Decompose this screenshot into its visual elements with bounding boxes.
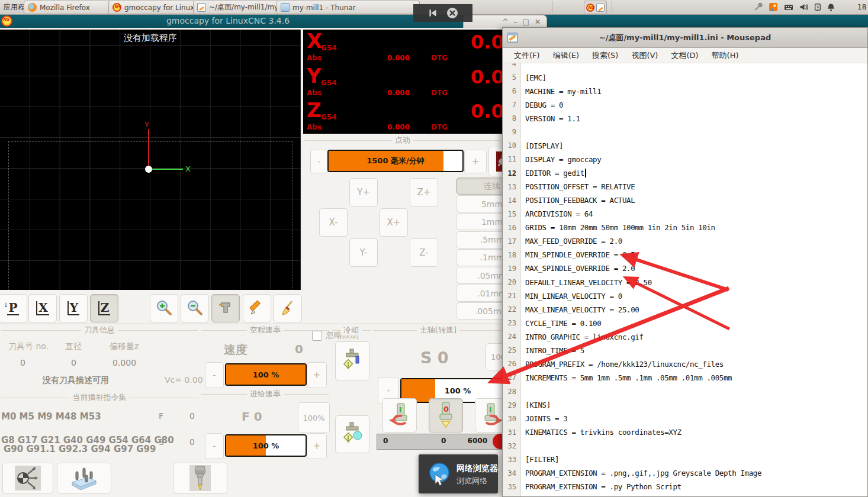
jog-button-label: Y- <box>360 247 368 258</box>
line-text: INCREMENTS = 5mm 1mm .5mm .1mm .05mm .01… <box>520 373 732 382</box>
jog-button-label: X+ <box>387 217 401 228</box>
skip-back-icon[interactable] <box>427 8 438 18</box>
taskbar-tab-firefox[interactable]: Mozilla Firefox <box>24 1 114 14</box>
rapid-title: 空程速率 <box>247 325 284 335</box>
jog-button-Zminus[interactable]: Z- <box>410 238 438 267</box>
ignore-limits-checkbox[interactable] <box>312 331 322 341</box>
line-text: GRIDS = 10mm 20mm 50mm 100mm 1in 2in 5in… <box>520 223 715 232</box>
taskbar-tab-mousepad[interactable]: ~/桌面/my-mill1/my-mill⋯ <box>193 1 282 14</box>
line-number: 14 <box>503 193 520 207</box>
line-text: EDITOR = gedit <box>520 169 584 178</box>
spindle-stop-button[interactable]: 0 <box>429 398 463 433</box>
tool-tray-icon[interactable] <box>753 2 763 12</box>
editor-line: 12EDITOR = gedit <box>503 166 867 180</box>
editor-line: 10[DISPLAY] <box>503 139 867 153</box>
broom-icon <box>279 299 297 317</box>
menu-item-0[interactable]: 文件(F) <box>509 49 545 63</box>
gmoccapy-icon <box>112 3 121 12</box>
shade-button[interactable]: ^ <box>503 19 509 25</box>
minimize-button[interactable]: – <box>514 19 517 25</box>
tool-no-value: 0 <box>20 358 25 367</box>
svg-text:0: 0 <box>443 405 449 414</box>
feed-plus-button[interactable]: + <box>307 433 327 459</box>
line-text: CYCLE_TIME = 0.100 <box>520 319 601 328</box>
rapid-override-value: 100 % <box>226 364 306 385</box>
close-button[interactable]: ✕ <box>535 19 541 25</box>
line-number: 6 <box>503 85 520 98</box>
line-text: PROGRAM_EXTENSION = .py Python Script <box>520 482 681 491</box>
taskbar-tab-gmoccapy[interactable]: gmoccapy for LinuxCNC ⋯ <box>108 1 199 14</box>
editor-line: 8VERSION = 1.1 <box>503 112 867 125</box>
zero-z-button[interactable]: Z <box>90 294 118 322</box>
editor-line: 19MAX_SPINDLE_OVERRIDE = 2.0 <box>503 262 867 275</box>
coordinate-system-button[interactable] <box>2 463 53 493</box>
edit-gcode-button[interactable] <box>243 294 271 322</box>
jog-button-Yminus[interactable]: Y- <box>349 238 378 267</box>
line-text: MIN_LINEAR_VELOCITY = 0 <box>520 292 622 301</box>
jog-button-Xminus[interactable]: X- <box>319 208 348 237</box>
touch-plate-button[interactable] <box>57 463 111 493</box>
line-number: 16 <box>503 221 520 234</box>
gcode-preview[interactable]: 没有加载程序 Y X <box>0 30 301 290</box>
clear-plot-button[interactable] <box>274 294 302 322</box>
close-circle-icon[interactable] <box>446 7 458 19</box>
tool-no-header: 刀具号 no. <box>8 341 49 352</box>
editor-line: 14POSITION_FEEDBACK = ACTUAL <box>503 193 867 207</box>
tool-change-button[interactable] <box>173 463 227 493</box>
scale-max: 6000 <box>468 437 487 445</box>
zero-y-button[interactable]: Y <box>59 294 88 322</box>
spindle-ccw-button[interactable]: I <box>382 398 417 433</box>
jog-speed-bar[interactable]: 1500 毫米/分钟 <box>327 150 464 172</box>
menu-item-3[interactable]: 视图(V) <box>626 49 663 63</box>
zoom-out-button[interactable] <box>181 294 209 322</box>
zoom-in-button[interactable] <box>150 294 178 322</box>
feed-override-bar[interactable]: 100 % <box>225 434 307 457</box>
feed-minus-button[interactable]: - <box>205 433 224 459</box>
x-axis-label: X <box>185 164 191 173</box>
spindle-feedback-scale: 0 0 6000 <box>377 434 512 450</box>
jog-speed-minus-button[interactable]: - <box>310 150 328 173</box>
mousepad-window-title: ~/桌面/my-mill1/my-mill1.ini - Mousepad <box>503 33 867 43</box>
notification-bell-icon[interactable] <box>827 2 835 12</box>
gmoccapy-icon <box>586 4 594 12</box>
system-tray <box>753 0 835 14</box>
volume-tray-icon[interactable] <box>799 2 809 12</box>
rapid-override-bar[interactable]: 100 % <box>225 363 307 386</box>
line-number: 17 <box>503 234 520 248</box>
editor[interactable]: 45[EMC]6MACHINE = my-mill17DEBUG = 08VER… <box>503 63 867 496</box>
menu-item-2[interactable]: 搜索(S) <box>587 49 623 63</box>
keyboard-tray-icon[interactable] <box>783 2 794 12</box>
line-text: MIN_SPINDLE_OVERRIDE = 0.5 <box>520 250 635 259</box>
jog-speed-plus-button[interactable]: + <box>464 150 487 173</box>
touchoff-p-button[interactable]: ↓P <box>0 294 27 322</box>
power-tray-icon[interactable] <box>814 2 822 12</box>
flood-coolant-button[interactable] <box>335 415 369 453</box>
mist-coolant-button[interactable] <box>335 341 369 380</box>
rapid-minus-button[interactable]: - <box>205 362 224 388</box>
mousepad-titleb[interactable]: ~/桌面/my-mill1/my-mill1.ini - Mousepad <box>503 28 867 48</box>
editor-line: 22MAX_LINEAR_VELOCITY = 25.00 <box>503 303 867 317</box>
jog-button-Xplus[interactable]: X+ <box>380 208 408 237</box>
jog-button-Yplus[interactable]: Y+ <box>349 178 378 206</box>
tool-settings-button[interactable] <box>211 294 240 322</box>
rapid-plus-button[interactable]: + <box>307 362 327 388</box>
taskbar-tab-thunar[interactable]: my-mill1 - Thunar <box>277 1 420 14</box>
line-number: 11 <box>503 153 520 166</box>
zero-x-button[interactable]: X <box>28 294 57 322</box>
maximize-button[interactable]: □ <box>523 19 529 25</box>
thunar-icon <box>281 3 290 12</box>
menu-item-1[interactable]: 编辑(E) <box>548 49 584 63</box>
plus-label: + <box>313 441 321 451</box>
abs-value: 0.000 <box>362 89 410 97</box>
line-number: 19 <box>503 262 520 275</box>
feed-override-box[interactable]: 100% <box>298 402 330 433</box>
network-tray-icon[interactable] <box>768 2 779 12</box>
window-list[interactable] <box>584 1 607 14</box>
menu-item-5[interactable]: 帮助(H) <box>706 49 744 63</box>
line-number: 30 <box>503 412 520 425</box>
jog-button-Zplus[interactable]: Z+ <box>410 178 438 206</box>
menu-item-4[interactable]: 文档(D) <box>666 49 703 63</box>
spindle-title: 主轴[转速] <box>417 325 459 335</box>
line-text: [KINS] <box>520 401 551 409</box>
clock[interactable]: 18 <box>857 0 866 14</box>
